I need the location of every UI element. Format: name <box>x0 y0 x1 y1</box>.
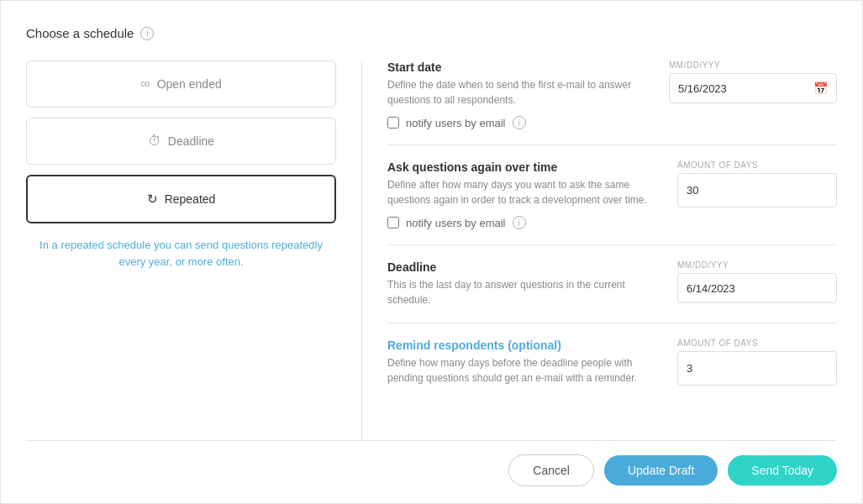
start-date-notify-checkbox[interactable] <box>387 117 399 129</box>
deadline-input-label: MM/DD/YYY <box>677 260 837 270</box>
ask-questions-notify-label: notify users by email <box>406 217 506 229</box>
calendar-icon[interactable]: 📅 <box>813 81 828 95</box>
left-panel: ∞ Open ended ⏱ Deadline ↻ Repeated In a … <box>26 60 362 440</box>
start-date-input-label: MM/DD/YYY <box>669 60 837 70</box>
ask-questions-input[interactable] <box>687 181 828 200</box>
remind-desc: Define how many days before the deadline… <box>387 355 660 386</box>
open-ended-button[interactable]: ∞ Open ended <box>26 60 336 108</box>
remind-input-box: AMOUNT OF DAYS <box>677 339 837 386</box>
ask-questions-notify-checkbox[interactable] <box>387 217 399 228</box>
remind-title: Remind respondents (optional) <box>387 339 660 352</box>
schedule-description: In a repeated schedule you can send ques… <box>26 237 336 270</box>
ask-questions-title: Ask questions again over time <box>387 160 660 174</box>
remind-field[interactable] <box>677 351 837 386</box>
start-date-field[interactable]: 📅 <box>669 73 837 103</box>
header-info-icon[interactable]: i <box>140 27 154 40</box>
start-date-section: Start date Define the date when to send … <box>387 60 837 145</box>
page-title: Choose a schedule <box>26 26 134 40</box>
start-date-notify-label: notify users by email <box>406 117 506 129</box>
deadline-field[interactable] <box>677 273 837 303</box>
deadline-input-box: MM/DD/YYY <box>677 260 837 303</box>
remind-input[interactable] <box>687 359 828 378</box>
update-draft-button[interactable]: Update Draft <box>604 455 718 486</box>
start-date-title: Start date <box>387 60 652 74</box>
start-date-input[interactable] <box>678 82 813 95</box>
start-date-notify-row: notify users by email i <box>387 116 837 129</box>
open-ended-label: Open ended <box>157 77 222 91</box>
start-date-input-box: MM/DD/YYY 📅 <box>669 60 837 103</box>
deadline-input[interactable] <box>687 282 828 295</box>
right-panel: Start date Define the date when to send … <box>362 60 837 440</box>
send-today-button[interactable]: Send Today <box>728 455 837 486</box>
ask-questions-notify-info-icon[interactable]: i <box>513 216 526 229</box>
deadline-clock-icon: ⏱ <box>148 134 161 149</box>
ask-questions-desc: Define after how many days you want to a… <box>387 177 660 207</box>
start-date-desc: Define the date when to send the first e… <box>387 77 652 108</box>
deadline-title: Deadline <box>387 260 660 274</box>
repeat-icon: ↻ <box>147 192 158 207</box>
ask-questions-section: Ask questions again over time Define aft… <box>387 160 837 245</box>
ask-questions-notify-row: notify users by email i <box>387 216 837 229</box>
ask-questions-input-label: AMOUNT OF DAYS <box>677 160 837 170</box>
ask-questions-input-box: AMOUNT OF DAYS <box>677 160 837 207</box>
cancel-button[interactable]: Cancel <box>508 454 594 486</box>
footer: Cancel Update Draft Send Today <box>26 440 837 486</box>
remind-input-label: AMOUNT OF DAYS <box>677 339 837 348</box>
deadline-desc: This is the last day to answer questions… <box>387 277 660 307</box>
open-ended-icon: ∞ <box>140 76 150 92</box>
deadline-button[interactable]: ⏱ Deadline <box>26 118 336 165</box>
remind-section: Remind respondents (optional) Define how… <box>387 339 837 401</box>
deadline-label: Deadline <box>168 134 214 148</box>
start-date-notify-info-icon[interactable]: i <box>513 116 526 129</box>
repeated-label: Repeated <box>165 192 216 206</box>
ask-questions-field[interactable] <box>677 173 837 207</box>
repeated-button[interactable]: ↻ Repeated <box>26 175 336 223</box>
deadline-section: Deadline This is the last day to answer … <box>387 260 837 323</box>
